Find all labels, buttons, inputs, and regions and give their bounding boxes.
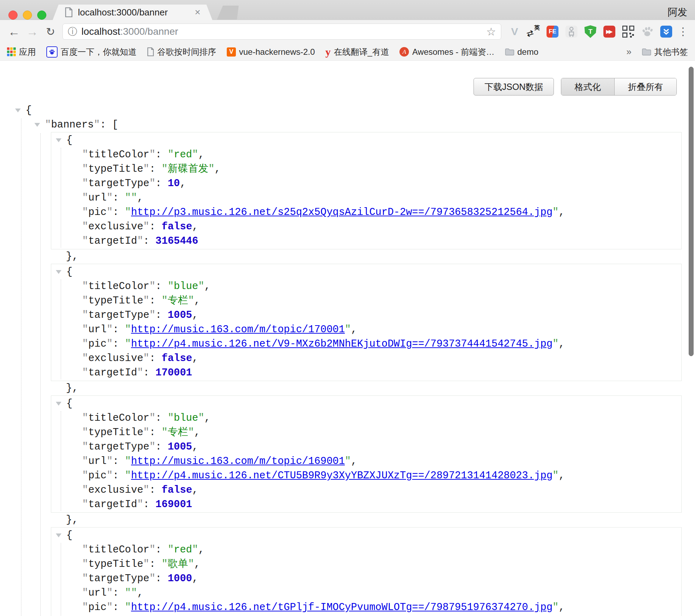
json-field-line: "typeTitle": "歌单", xyxy=(51,557,681,571)
scrollbar-thumb[interactable] xyxy=(689,67,694,356)
blue-download-shield-icon[interactable] xyxy=(658,24,674,39)
qr-code-icon[interactable] xyxy=(621,24,636,39)
json-quote: " xyxy=(82,207,88,218)
json-key: typeTitle xyxy=(88,163,143,175)
vue-devtools-icon[interactable]: V xyxy=(507,24,522,39)
json-bracket: [ xyxy=(112,119,118,131)
youdao-icon: y xyxy=(325,47,331,57)
json-link[interactable]: http://music.163.com/m/topic/170001 xyxy=(131,324,345,335)
tab-strip: localhost:3000/banner × 阿发 xyxy=(0,0,695,20)
json-field-line: "titleColor": "blue", xyxy=(51,279,681,294)
expander-icon[interactable] xyxy=(34,123,40,127)
collapse-all-button[interactable]: 折叠所有 xyxy=(615,78,676,95)
page-actions: 下载JSON数据 格式化 折叠所有 xyxy=(474,78,677,96)
bookmark-item-apps[interactable]: 应用 xyxy=(7,46,36,58)
json-key: pic xyxy=(88,338,106,350)
json-punct: : xyxy=(155,149,168,160)
back-button[interactable]: ← xyxy=(5,25,23,39)
bookmark-item-vue-hackernews[interactable]: V vue-hackernews-2.0 xyxy=(227,47,315,57)
expander-icon[interactable] xyxy=(15,109,21,112)
reload-button[interactable]: ↻ xyxy=(41,25,60,38)
json-key: url xyxy=(88,324,106,335)
minimize-window-button[interactable] xyxy=(23,11,32,20)
json-object-close-line: }, xyxy=(0,381,682,395)
expander-icon[interactable] xyxy=(56,533,61,537)
json-link[interactable]: http://p3.music.126.net/s25q2x5QyqsAzilC… xyxy=(131,207,552,218)
json-key: targetType xyxy=(88,441,149,453)
json-punct: : xyxy=(113,456,125,467)
json-link[interactable]: http://p4.music.126.net/CTU5B9R9y3XyYBZX… xyxy=(131,470,552,481)
json-key: typeTitle xyxy=(88,558,143,570)
fast-forward-icon[interactable]: ▶▶ xyxy=(602,24,617,39)
json-quote: " xyxy=(82,484,88,496)
tab-close-icon[interactable]: × xyxy=(195,7,200,17)
download-json-button[interactable]: 下载JSON数据 xyxy=(474,78,554,96)
json-comma: , xyxy=(194,427,200,438)
expander-icon[interactable] xyxy=(56,138,61,142)
json-quote: " xyxy=(82,353,88,364)
vue-badge-icon: V xyxy=(227,47,236,57)
expander-icon[interactable] xyxy=(56,270,61,274)
bookmark-item-baidu[interactable]: 百度一下，你就知道 xyxy=(46,46,137,58)
json-field-line: "targetId": 3165446 xyxy=(51,234,681,248)
close-window-button[interactable] xyxy=(8,11,18,20)
json-quote: " xyxy=(192,149,198,160)
banner-object-box: {"titleColor": "blue","typeTitle": "专栏",… xyxy=(51,395,682,513)
json-link[interactable]: http://p4.music.126.net/V9-MXz6b2MNhEKju… xyxy=(131,338,552,350)
site-info-icon[interactable]: ⓘ xyxy=(68,25,77,38)
json-quote: " xyxy=(82,192,88,204)
json-quote: " xyxy=(82,338,88,350)
json-quote: " xyxy=(82,221,88,232)
bookmarks-overflow-chevron[interactable]: » xyxy=(627,46,631,57)
json-comma: , xyxy=(192,353,198,364)
format-button[interactable]: 格式化 xyxy=(561,78,615,95)
json-comma: , xyxy=(204,412,210,424)
json-string-value: 专栏 xyxy=(168,295,188,307)
forward-button[interactable]: → xyxy=(23,25,41,39)
json-field-line: "typeTitle": "新碟首发", xyxy=(51,162,681,176)
json-key: targetType xyxy=(88,309,149,321)
json-link[interactable]: http://p4.music.126.net/tGPljf-IMOCyPvum… xyxy=(131,602,552,613)
bookmark-star-icon[interactable]: ☆ xyxy=(486,25,496,38)
json-punct: : xyxy=(149,427,161,438)
fehelper-icon[interactable]: FE xyxy=(545,24,560,39)
bookmark-item-demo[interactable]: demo xyxy=(505,47,538,57)
kebab-menu-icon[interactable]: ⋮ xyxy=(676,27,690,36)
bookmark-label: 百度一下，你就知道 xyxy=(61,46,137,58)
json-link[interactable]: http://music.163.com/m/topic/169001 xyxy=(131,456,345,467)
translate-icon[interactable]: 英⇄ xyxy=(526,24,541,39)
profile-name[interactable]: 阿发 xyxy=(668,6,687,19)
json-quote: " xyxy=(125,587,131,599)
json-quote: " xyxy=(143,295,149,307)
json-comma: , xyxy=(192,221,198,232)
other-bookmarks-folder[interactable]: 其他书签 xyxy=(642,46,688,58)
json-comma: , xyxy=(180,178,186,189)
green-shield-t-icon[interactable]: T xyxy=(583,24,598,39)
expander-icon[interactable] xyxy=(56,402,61,406)
json-punct: : xyxy=(149,163,161,175)
json-object-close-line: }, xyxy=(0,513,682,527)
zoom-window-button[interactable] xyxy=(37,11,46,20)
new-tab-button[interactable] xyxy=(217,6,239,20)
json-quote: " xyxy=(188,558,194,570)
address-bar[interactable]: ⓘ localhost:3000/banner ☆ xyxy=(62,24,501,40)
json-field-line: "pic": "http://p4.music.126.net/tGPljf-I… xyxy=(51,600,681,615)
sitemap-icon[interactable] xyxy=(564,24,579,39)
paw-icon[interactable] xyxy=(640,24,655,39)
json-punct: : xyxy=(149,221,161,232)
json-key: exclusive xyxy=(88,353,143,364)
bookmark-item-awesomes[interactable]: A Awesomes - 前端资… xyxy=(399,46,494,58)
bookmark-item-youdao[interactable]: y 在线翻译_有道 xyxy=(325,46,389,58)
json-punct: : xyxy=(155,412,168,424)
json-number-value: 3165446 xyxy=(155,235,198,247)
json-quote: " xyxy=(137,367,143,379)
bookmark-item-google-sort[interactable]: 谷歌按时间排序 xyxy=(147,46,216,58)
json-quote: " xyxy=(149,573,155,584)
json-comma: , xyxy=(198,149,204,160)
apps-grid-icon xyxy=(7,47,16,56)
json-field-line: "typeTitle": "专栏", xyxy=(51,425,681,440)
json-key: pic xyxy=(88,602,106,613)
json-field-line: "titleColor": "red", xyxy=(51,148,681,162)
browser-tab[interactable]: localhost:3000/banner × xyxy=(53,5,212,20)
baidu-paw-icon xyxy=(46,46,58,58)
